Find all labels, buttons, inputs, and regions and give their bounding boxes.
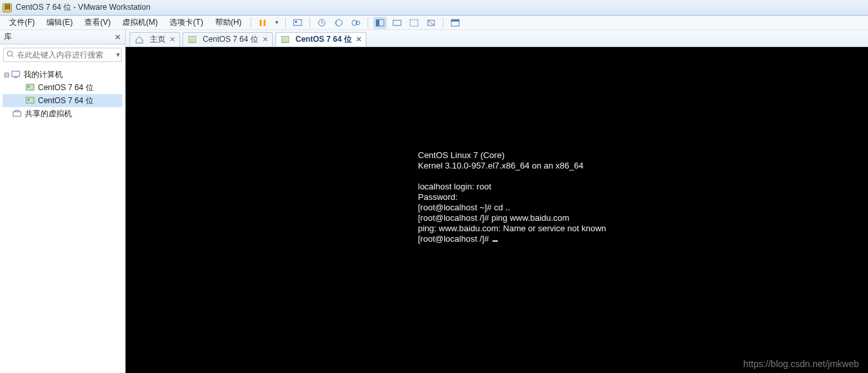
tree-root-my-computer[interactable]: ⊟ 我的计算机 [3,68,122,81]
snapshot-revert-button[interactable] [332,17,345,29]
svg-line-13 [428,20,434,25]
separator [368,18,368,28]
tree-item-label: CentOS 7 64 位 [38,82,94,93]
sidebar-title: 库 [4,31,12,42]
library-button[interactable] [449,17,462,29]
svg-rect-1 [264,20,266,26]
svg-point-16 [7,51,12,56]
tree-shared-vms[interactable]: 共享的虚拟机 [3,107,122,120]
svg-rect-2 [294,20,302,25]
tree-shared-label: 共享的虚拟机 [25,108,72,120]
console-line: localhost login: root [418,182,491,191]
svg-rect-0 [260,20,262,26]
tab-close-icon[interactable]: ✕ [262,35,268,44]
window-title: CentOS 7 64 位 - VMware Workstation [16,2,150,13]
watermark: https://blog.csdn.net/jmkweb [743,359,859,369]
console-view-button[interactable] [373,17,387,29]
vm-icon [187,35,198,45]
menu-tabs[interactable]: 选项卡(T) [164,16,208,29]
fullscreen-button[interactable] [408,17,421,29]
svg-rect-22 [26,97,34,103]
console-line: [root@localhost /]# [418,234,491,244]
computer-icon [10,69,21,80]
sidebar-tree: ⊟ 我的计算机 CentOS 7 64 位 CentOS 7 64 位 共享的虚… [0,65,125,123]
svg-rect-26 [281,36,289,42]
send-ctrl-alt-del-button[interactable] [291,17,304,29]
tab-label: CentOS 7 64 位 [203,34,258,45]
sidebar-header: 库 ✕ [0,30,125,44]
svg-rect-18 [12,71,20,76]
tab-vm-0[interactable]: CentOS 7 64 位 ✕ [182,32,273,46]
vm-console[interactable]: CentOS Linux 7 (Core) Kernel 3.10.0-957.… [126,47,868,373]
tree-item-vm-1[interactable]: CentOS 7 64 位 [3,94,122,107]
console-line: CentOS Linux 7 (Core) [418,150,504,160]
menu-file[interactable]: 文件(F) [4,16,40,29]
svg-rect-3 [295,21,297,23]
home-icon [134,35,145,45]
console-text: CentOS Linux 7 (Core) Kernel 3.10.0-957.… [418,150,606,244]
menu-view[interactable]: 查看(V) [79,16,116,29]
svg-point-7 [356,21,360,25]
svg-rect-20 [26,84,34,90]
thumbnail-view-button[interactable] [391,17,404,29]
close-sidebar-icon[interactable]: ✕ [114,33,121,42]
main-content: 主页 ✕ CentOS 7 64 位 ✕ CentOS 7 64 位 ✕ Cen… [126,30,868,373]
menu-edit[interactable]: 编辑(E) [41,16,78,29]
svg-rect-10 [393,20,401,25]
menubar: 文件(F) 编辑(E) 查看(V) 虚拟机(M) 选项卡(T) 帮助(H) ▼ [0,16,868,30]
tab-close-icon[interactable]: ✕ [356,35,362,44]
snapshot-manager-button[interactable] [349,17,362,29]
vm-icon [25,95,35,106]
console-line: Password: [418,192,458,202]
window-titlebar: 回 CentOS 7 64 位 - VMware Workstation [0,0,868,16]
tab-vm-1[interactable]: CentOS 7 64 位 ✕ [275,32,366,46]
svg-rect-24 [13,112,21,116]
dropdown-arrow-icon[interactable]: ▼ [273,17,280,29]
separator [443,18,443,28]
tab-close-icon[interactable]: ✕ [169,35,175,44]
tree-item-label: CentOS 7 64 位 [38,95,94,106]
console-line: [root@localhost /]# ping www.baidu.com [418,213,569,223]
svg-rect-11 [410,20,418,26]
shared-icon [12,108,22,119]
svg-rect-19 [14,77,18,78]
tree-item-vm-0[interactable]: CentOS 7 64 位 [3,81,122,94]
tree-root-label: 我的计算机 [24,69,63,80]
svg-point-5 [336,20,342,26]
sidebar-search[interactable]: ▼ [3,48,122,62]
tabstrip: 主页 ✕ CentOS 7 64 位 ✕ CentOS 7 64 位 ✕ [126,30,868,47]
svg-rect-25 [188,36,196,42]
tab-label: CentOS 7 64 位 [296,34,352,45]
vm-icon [280,35,290,45]
unity-button[interactable] [425,17,438,29]
tab-label: 主页 [150,34,165,45]
console-line: [root@localhost ~]# cd .. [418,203,510,212]
cursor-icon [493,240,498,242]
menu-help[interactable]: 帮助(H) [210,16,247,29]
console-line: Kernel 3.10.0-957.el7.x86_64 on an x86_6… [418,161,583,170]
pause-button[interactable] [256,17,269,29]
app-icon: 回 [3,3,12,12]
search-icon [7,50,14,60]
console-line: ping: www.baidu.com: Name or service not… [418,223,606,233]
svg-point-6 [352,20,357,25]
separator [285,18,286,28]
separator [251,18,251,28]
collapse-icon[interactable]: ⊟ [3,71,10,78]
vm-icon [25,82,35,93]
svg-rect-9 [376,20,379,26]
separator [309,18,310,28]
svg-line-17 [12,56,14,57]
svg-rect-21 [27,86,29,88]
tab-home[interactable]: 主页 ✕ [130,32,180,46]
search-dropdown-icon[interactable]: ▼ [115,52,121,58]
library-sidebar: 库 ✕ ▼ ⊟ 我的计算机 CentOS 7 64 位 CentOS 7 64 … [0,30,126,373]
search-input[interactable] [17,50,115,59]
svg-rect-15 [451,20,459,22]
snapshot-button[interactable] [315,17,328,29]
menu-vm[interactable]: 虚拟机(M) [117,16,163,29]
svg-rect-23 [27,99,29,101]
